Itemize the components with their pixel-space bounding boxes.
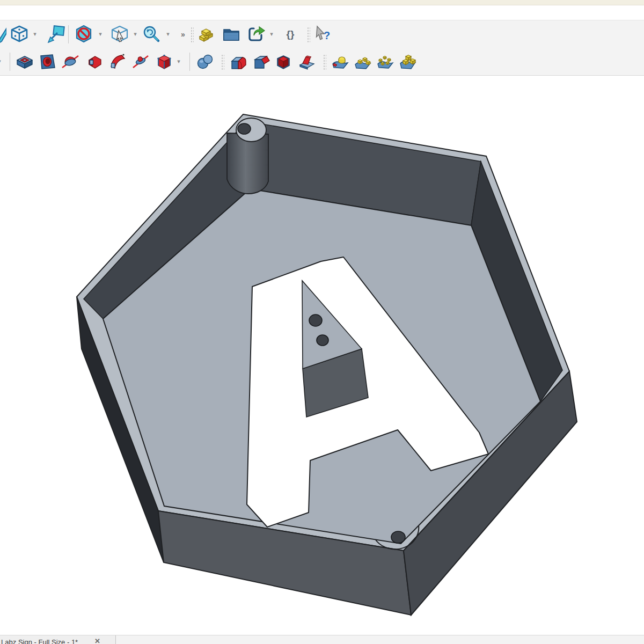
- fillet-button[interactable]: [229, 52, 248, 71]
- extruded-boss-button[interactable]: [15, 52, 34, 71]
- fill-pattern-button[interactable]: [398, 52, 418, 71]
- document-tab-bar: y Labz Sign - Full Size - 1* ✕: [0, 635, 644, 644]
- caret-down-icon: ▾: [134, 31, 137, 38]
- swept-cut-button[interactable]: [85, 52, 104, 71]
- toolbar-grip[interactable]: [190, 26, 194, 42]
- corner-cylinder-body: [227, 133, 268, 194]
- export-share-button[interactable]: [247, 25, 266, 44]
- view-settings-button[interactable]: [110, 25, 129, 44]
- overflow-chevrons-icon: »: [181, 30, 185, 39]
- magnified-selection-button[interactable]: [142, 25, 161, 44]
- tab-close-button[interactable]: ✕: [94, 637, 100, 644]
- tab-bar-empty-area: [116, 635, 644, 644]
- braces-icon: {}: [287, 28, 295, 40]
- draft-button[interactable]: [297, 52, 317, 71]
- toolbar-separator: [68, 25, 69, 43]
- window-top-strip: [0, 0, 644, 5]
- chamfer-button[interactable]: [252, 52, 271, 71]
- extruded-cut-button[interactable]: [38, 52, 57, 71]
- caret-down-icon: ▾: [166, 31, 170, 38]
- view-orientation-caret[interactable]: ▾: [31, 25, 39, 44]
- toolbar-overflow-button[interactable]: »: [178, 25, 188, 44]
- toolbar-separator: [10, 53, 10, 71]
- caret-down-icon: ▾: [177, 58, 180, 65]
- dome-button[interactable]: [195, 52, 215, 71]
- sketch-tool-partial-icon[interactable]: [0, 25, 6, 44]
- hide-show-items-caret[interactable]: ▾: [97, 25, 104, 44]
- shell-button[interactable]: [274, 52, 293, 71]
- view-orientation-button[interactable]: [10, 25, 29, 44]
- caret-down-icon: ▾: [99, 31, 102, 38]
- island-hole-2: [317, 335, 328, 346]
- zoom-to-area-button[interactable]: [47, 25, 66, 44]
- boundary-caret[interactable]: ▾: [175, 52, 182, 71]
- corner-boss-hole: [391, 531, 405, 543]
- toolbar-grip[interactable]: [221, 54, 224, 70]
- features-caret-partial[interactable]: ▾: [0, 52, 3, 71]
- document-tab[interactable]: y Labz Sign - Full Size - 1*: [0, 638, 78, 644]
- circular-pattern-button[interactable]: [376, 52, 395, 71]
- export-caret[interactable]: ▾: [268, 25, 275, 44]
- hide-show-items-button[interactable]: [74, 25, 93, 44]
- toolbar-separator: [189, 53, 190, 71]
- boundary-boss-button[interactable]: [155, 52, 174, 71]
- island-hole-1: [309, 314, 322, 326]
- view-settings-caret[interactable]: ▾: [131, 25, 139, 44]
- help-select-button[interactable]: ?: [313, 25, 333, 44]
- magnified-selection-caret[interactable]: ▾: [164, 25, 172, 44]
- close-icon: ✕: [94, 637, 100, 644]
- linear-pattern-button[interactable]: [331, 52, 350, 71]
- toolbar-grip[interactable]: [306, 26, 310, 42]
- lofted-cut-button[interactable]: [108, 52, 127, 71]
- caret-down-icon: ▾: [270, 31, 273, 38]
- toolbar-grip[interactable]: [323, 54, 326, 70]
- revolved-cut-button[interactable]: [61, 52, 80, 71]
- toolbar-features: ▾: [0, 48, 644, 76]
- caret-down-icon: ▾: [0, 58, 1, 65]
- caret-down-icon: ▾: [33, 31, 36, 38]
- design-library-button[interactable]: [196, 25, 216, 44]
- question-mark-icon: ?: [324, 30, 330, 41]
- open-folder-button[interactable]: [222, 25, 241, 44]
- corner-cylinder-hole: [238, 123, 251, 134]
- mirror-pattern-button[interactable]: [353, 52, 372, 71]
- graphics-viewport[interactable]: [0, 76, 644, 635]
- code-braces-button[interactable]: {}: [281, 25, 300, 44]
- hex-tray-model[interactable]: [0, 76, 644, 635]
- toolbar-view-standard: ▾ ▾ ▾ ▾ »: [0, 20, 644, 48]
- revolved-boss-button[interactable]: [131, 52, 150, 71]
